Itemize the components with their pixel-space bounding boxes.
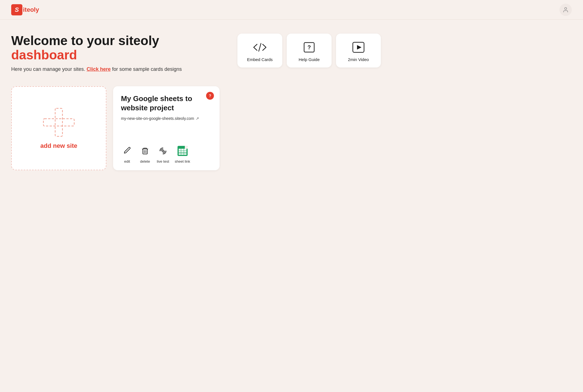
edit-action[interactable]: edit [121,145,133,164]
logo-text: iteoly [23,6,39,13]
sample-cards-link[interactable]: Click here [87,66,111,72]
logo: S iteoly [11,4,39,15]
quick-actions: Embed Cards ? Help Guide [237,34,381,67]
edit-icon [121,145,133,157]
edit-label: edit [124,159,130,164]
sites-section: add new site ? My Google sheets to websi… [11,86,381,170]
video-label: 2min Video [348,57,369,62]
live-test-action[interactable]: live test [157,145,169,164]
main-content: Welcome to your siteoly dashboard Here y… [0,20,392,181]
site-url-link[interactable]: my-new-site-on-google-sheets.siteoly.com [121,116,194,121]
sheet-link-action[interactable]: sheet link [175,145,190,164]
external-link-icon: ↗ [196,116,199,121]
hero-section: Welcome to your siteoly dashboard Here y… [11,34,381,72]
signal-icon [157,145,169,157]
hero-text: Welcome to your siteoly dashboard Here y… [11,34,226,72]
play-icon [351,41,366,53]
site-url: my-new-site-on-google-sheets.siteoly.com… [121,116,212,121]
svg-point-11 [162,150,164,152]
svg-point-0 [565,7,566,9]
embed-cards-label: Embed Cards [247,57,273,62]
add-new-site-button[interactable]: add new site [11,86,106,170]
help-guide-button[interactable]: ? Help Guide [287,34,332,67]
question-icon: ? [302,41,316,53]
sheets-icon-wrapper [176,145,189,157]
code-icon [253,41,267,53]
svg-marker-5 [357,45,362,50]
video-button[interactable]: 2min Video [336,34,381,67]
logo-icon: S [11,4,22,15]
svg-rect-6 [55,108,62,136]
page-title: Welcome to your siteoly dashboard [11,34,226,62]
person-icon [563,7,569,13]
sheet-link-label: sheet link [175,159,190,164]
svg-rect-8 [143,149,147,154]
trash-icon [139,145,151,157]
svg-text:?: ? [307,44,311,50]
delete-label: delete [140,159,150,164]
svg-rect-7 [43,119,74,126]
header: S iteoly [0,0,583,20]
embed-cards-button[interactable]: Embed Cards [237,34,282,67]
site-help-button[interactable]: ? [206,92,214,100]
add-site-label: add new site [40,142,77,150]
site-title: My Google sheets to website project [121,94,199,112]
site-card: ? My Google sheets to website project my… [113,86,220,170]
site-actions: edit delete [121,145,212,164]
live-test-label: live test [157,159,169,164]
user-profile-button[interactable] [559,4,572,16]
plus-icon [42,107,76,138]
help-guide-label: Help Guide [299,57,320,62]
site-card-content: My Google sheets to website project my-n… [121,94,212,121]
delete-action[interactable]: delete [139,145,151,164]
hero-subtitle: Here you can manage your sites. Click he… [11,66,226,72]
svg-line-1 [259,43,261,51]
